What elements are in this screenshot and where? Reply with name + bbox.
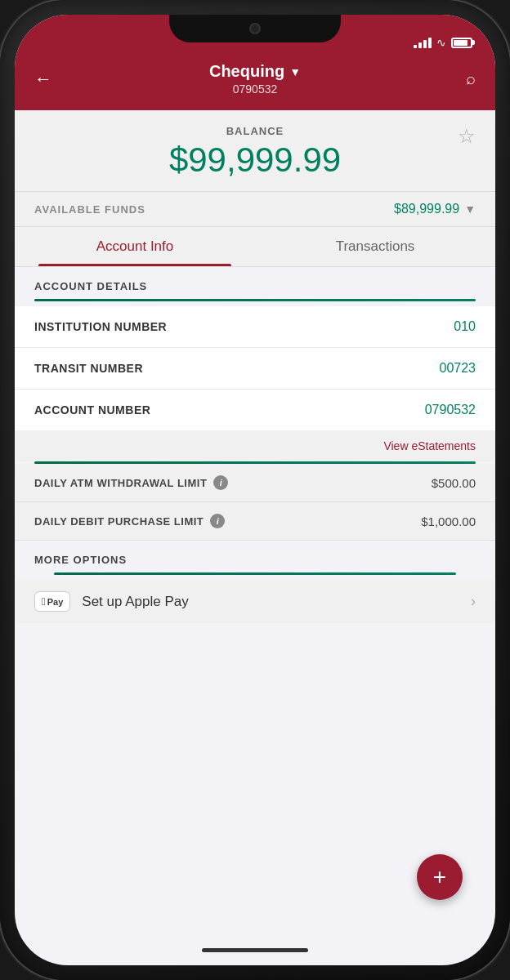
account-details-header: ACCOUNT DETAILS [15,267,495,306]
apple-pay-badge:  Pay [34,591,70,612]
notch [169,15,341,42]
back-button[interactable]: ← [34,69,64,90]
debit-info-icon[interactable]: i [210,514,225,528]
atm-limit-row: DAILY ATM WITHDRAWAL LIMIT i $500.00 [15,464,495,502]
account-dropdown-icon[interactable]: ▼ [289,65,301,78]
account-number-row-label: ACCOUNT NUMBER [34,403,150,416]
available-funds-label: AVAILABLE FUNDS [34,203,145,216]
atm-limit-label: DAILY ATM WITHDRAWAL LIMIT [34,477,207,489]
apple-logo-icon:  [42,595,46,608]
account-number-label: 0790532 [64,82,446,96]
camera [249,23,261,34]
transit-number-value: 00723 [440,361,476,376]
apple-pay-row[interactable]:  Pay Set up Apple Pay › [15,580,495,623]
estatements-section: View eStatements [15,430,495,461]
more-options-label: MORE OPTIONS [34,554,476,566]
phone-screen: ∿ ← Chequing ▼ 0790532 ⌕ BALANCE $99,999… [15,15,495,965]
header: ← Chequing ▼ 0790532 ⌕ [15,54,495,110]
debit-limit-label: DAILY DEBIT PURCHASE LIMIT [34,515,204,528]
account-details-card: INSTITUTION NUMBER 010 TRANSIT NUMBER 00… [15,306,495,430]
signal-bars-icon [414,38,432,48]
favorite-button[interactable]: ☆ [458,125,476,148]
battery-icon [451,38,472,48]
apple-pay-label: Set up Apple Pay [82,594,459,610]
transit-number-label: TRANSIT NUMBER [34,362,143,375]
institution-number-row: INSTITUTION NUMBER 010 [15,306,495,348]
account-number-row-value: 0790532 [425,403,476,417]
debit-limit-row: DAILY DEBIT PURCHASE LIMIT i $1,000.00 [15,502,495,541]
search-button[interactable]: ⌕ [446,69,476,88]
apple-pay-badge-text: Pay [47,597,64,607]
available-funds-amount: $89,999.99 [394,202,459,216]
account-name-label: Chequing [209,62,284,81]
balance-section: BALANCE $99,999.99 ☆ [15,110,495,192]
account-number-row: ACCOUNT NUMBER 0790532 [15,390,495,430]
limits-section: DAILY ATM WITHDRAWAL LIMIT i $500.00 DAI… [15,464,495,541]
available-funds-chevron-icon: ▼ [464,203,476,216]
tab-account-info[interactable]: Account Info [15,227,255,266]
atm-limit-value: $500.00 [432,476,476,490]
header-title: Chequing ▼ 0790532 [64,62,446,96]
account-details-label: ACCOUNT DETAILS [34,280,476,292]
balance-amount: $99,999.99 [169,140,341,180]
institution-number-label: INSTITUTION NUMBER [34,320,167,333]
tabs-bar: Account Info Transactions [15,227,495,267]
transit-number-row: TRANSIT NUMBER 00723 [15,348,495,390]
institution-number-value: 010 [454,319,476,334]
more-options-divider [54,572,456,575]
account-details-divider [34,299,476,301]
tab-transactions[interactable]: Transactions [255,227,495,266]
debit-limit-value: $1,000.00 [421,514,476,528]
more-options-header: MORE OPTIONS [15,541,495,580]
available-funds-row[interactable]: AVAILABLE FUNDS $89,999.99 ▼ [15,192,495,227]
wifi-icon: ∿ [436,36,446,49]
atm-info-icon[interactable]: i [213,475,228,490]
status-right: ∿ [414,36,472,49]
fab-button[interactable]: + [417,854,463,900]
balance-label: BALANCE [226,125,284,137]
phone-frame: ∿ ← Chequing ▼ 0790532 ⌕ BALANCE $99,999… [0,0,510,980]
home-indicator [202,948,308,952]
view-estatements-link[interactable]: View eStatements [383,439,476,452]
apple-pay-chevron-icon: › [471,593,476,610]
